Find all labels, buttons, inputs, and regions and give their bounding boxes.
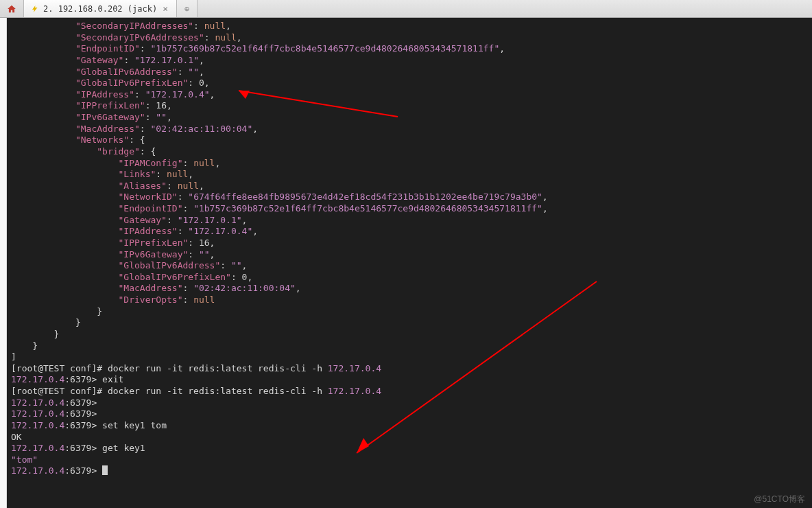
json-line: "bridge": { bbox=[11, 146, 156, 157]
close-icon[interactable]: × bbox=[161, 3, 169, 14]
json-line: "SecondaryIPAddresses": null, bbox=[11, 21, 231, 31]
json-line: "IPAMConfig": null, bbox=[11, 158, 220, 168]
new-tab-button[interactable]: ⊕ bbox=[177, 0, 198, 17]
lightning-icon bbox=[31, 5, 39, 13]
shell-line: [root@TEST conf]# docker run -it redis:l… bbox=[11, 363, 381, 373]
json-line: } bbox=[11, 340, 38, 351]
json-line: "IPPrefixLen": 16, bbox=[11, 100, 172, 111]
terminal-output[interactable]: "SecondaryIPAddresses": null, "Secondary… bbox=[7, 18, 812, 508]
json-line: "EndpointID": "1b757c369b87c52e1f64ff7cb… bbox=[11, 203, 548, 213]
json-line: "Gateway": "172.17.0.1", bbox=[11, 55, 204, 65]
json-line: "NetworkID": "674f64ffe8ee84fb9895673e4d… bbox=[11, 192, 548, 202]
json-line: } bbox=[11, 317, 81, 327]
json-line: "IPAddress": "172.17.0.4", bbox=[11, 89, 215, 100]
json-line: "IPv6Gateway": "", bbox=[11, 112, 172, 122]
shell-line: "tom" bbox=[11, 454, 38, 465]
json-line: "MacAddress": "02:42:ac:11:00:04", bbox=[11, 124, 258, 134]
json-line: } bbox=[11, 329, 59, 339]
json-line: "GlobalIPv6Address": "", bbox=[11, 67, 204, 77]
json-line: "GlobalIPv6PrefixLen": 0, bbox=[11, 78, 210, 88]
json-line: "DriverOpts": null bbox=[11, 295, 215, 305]
json-line: "IPAddress": "172.17.0.4", bbox=[11, 226, 258, 236]
json-line: "IPPrefixLen": 16, bbox=[11, 238, 215, 248]
shell-line: 172.17.0.4:6379> set key1 tom bbox=[11, 420, 167, 430]
shell-line: 172.17.0.4:6379> bbox=[11, 408, 102, 419]
json-line: "SecondaryIPv6Addresses": null, bbox=[11, 32, 242, 43]
plus-icon: ⊕ bbox=[184, 4, 189, 14]
tab-bar: 2. 192.168.0.202 (jack) × ⊕ bbox=[0, 0, 812, 18]
shell-line: OK bbox=[11, 432, 22, 442]
shell-line: 172.17.0.4:6379> bbox=[11, 397, 102, 408]
home-tab[interactable] bbox=[0, 0, 24, 17]
json-line: "EndpointID": "1b757c369b87c52e1f64ff7cb… bbox=[11, 43, 505, 54]
json-line: "GlobalIPv6PrefixLen": 0, bbox=[11, 272, 252, 282]
json-line: "IPv6Gateway": "", bbox=[11, 249, 215, 259]
shell-line: [root@TEST conf]# docker run -it redis:l… bbox=[11, 386, 381, 396]
cursor-icon bbox=[102, 465, 108, 475]
watermark: @51CTO博客 bbox=[754, 494, 805, 505]
json-line: } bbox=[11, 306, 102, 316]
shell-prompt-current[interactable]: 172.17.0.4:6379> bbox=[11, 465, 108, 476]
active-tab[interactable]: 2. 192.168.0.202 (jack) × bbox=[24, 0, 177, 17]
tab-title: 2. 192.168.0.202 (jack) bbox=[43, 4, 157, 14]
json-line: "Aliases": null, bbox=[11, 181, 204, 191]
left-gutter bbox=[0, 18, 7, 508]
shell-line: 172.17.0.4:6379> exit bbox=[11, 374, 123, 384]
json-line: "Networks": { bbox=[11, 135, 145, 145]
json-line: "Gateway": "172.17.0.1", bbox=[11, 215, 247, 225]
shell-line: 172.17.0.4:6379> get key1 bbox=[11, 443, 145, 453]
json-line: "GlobalIPv6Address": "", bbox=[11, 260, 247, 270]
json-line: "Links": null, bbox=[11, 169, 193, 179]
json-line: ] bbox=[11, 351, 16, 362]
home-icon bbox=[7, 4, 16, 14]
json-line: "MacAddress": "02:42:ac:11:00:04", bbox=[11, 283, 301, 293]
